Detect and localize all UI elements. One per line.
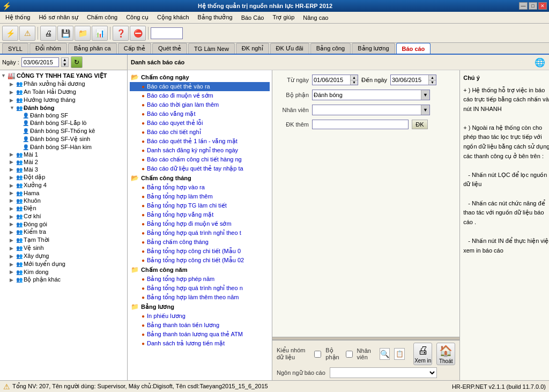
tree-item-db-sf-lap-lo[interactable]: 👤 Đánh bóng SF-Lắp lò <box>1 119 126 127</box>
report-item-tg-lam-them[interactable]: ● Báo cáo thời gian làm thêm <box>130 100 270 109</box>
report-cat-bang-luong[interactable]: 📁 Bảng lương <box>130 302 270 312</box>
expand-icon[interactable]: ▶ <box>10 90 16 95</box>
tab-bang-luong[interactable]: Bảng lương <box>352 43 395 54</box>
expand-icon[interactable]: ▶ <box>10 190 16 196</box>
report-item-tong-hop-tg-lam[interactable]: ● Bảng tổng hợp TG làm chi tiết <box>130 201 270 210</box>
tab-bao-cao[interactable]: Báo cáo <box>396 43 431 54</box>
tree-item-huong-luong[interactable]: ▶ 👥 Hướng lương tháng <box>1 96 126 104</box>
expand-icon[interactable]: ▶ <box>10 98 16 103</box>
report-item-vang-mat[interactable]: ● Báo cáo vắng mặt <box>130 109 270 119</box>
tab-dk-uu-dai[interactable]: ĐK Ưu đãi <box>270 43 309 54</box>
expand-icon[interactable]: ▶ <box>10 262 16 267</box>
report-item-du-lieu-quet[interactable]: ● Báo cáo dữ liệu quét thẻ tay nhập ta <box>130 164 270 173</box>
toolbar-btn-1[interactable]: ⚡ <box>2 26 18 41</box>
report-cat-cham-cong-thang[interactable]: 📂 Chấm công tháng <box>130 173 270 183</box>
tree-item-an-toan[interactable]: ▶ 👥 An Toàn Hải Dương <box>1 88 126 96</box>
menu-he-thong[interactable]: Hệ thống <box>1 13 34 22</box>
ngon-ngu-select[interactable] <box>330 367 437 378</box>
expand-icon[interactable]: ▶ <box>10 221 16 227</box>
tree-item-hama[interactable]: ▶ 👥 Hama <box>1 189 126 197</box>
dk-button[interactable]: ĐK <box>412 120 428 129</box>
expand-icon[interactable]: ▶ <box>10 198 16 203</box>
report-item-tong-hop-vang-mat[interactable]: ● Bảng tổng hợp vắng mặt <box>130 210 270 219</box>
toolbar-btn-question[interactable]: ❓ <box>113 26 129 41</box>
tree-item-db-sf-ve-sinh[interactable]: 👤 Đánh bóng SF-Vệ sinh <box>1 135 126 143</box>
expand-icon[interactable]: ▶ <box>10 246 16 251</box>
tree-item-moi-tuyen[interactable]: ▶ 👥 Mới tuyển dụng <box>1 260 126 268</box>
tab-doi-nhom[interactable]: Đổi nhóm <box>29 43 67 54</box>
den-ngay-input[interactable] <box>391 75 428 85</box>
report-item-in-phieu-luong[interactable]: ● In phiếu lương <box>130 312 270 321</box>
tree-item-dien[interactable]: ▶ 👥 Điện <box>1 204 126 212</box>
expand-icon[interactable]: ▶ <box>10 152 16 157</box>
tree-item-kim-dong[interactable]: ▶ 👥 Kim dong <box>1 268 126 276</box>
expand-icon[interactable]: ▶ <box>10 277 16 283</box>
tree-item-khuon[interactable]: ▶ 👥 Khuôn <box>1 197 126 204</box>
tree-item-danh-bong[interactable]: ▼ 👥 Đánh bóng <box>1 104 126 112</box>
menu-cong-khach[interactable]: Cộng khách <box>153 13 194 22</box>
tree-item-db-sf[interactable]: 👤 Đánh bóng SF <box>1 112 126 119</box>
report-item-tong-hop-mau02[interactable]: ● Bảng tổng hợp công chi tiết (Mẫu 02 <box>130 256 270 265</box>
report-item-cham-cong-hang-ng[interactable]: ● Báo cáo chấm công chi tiết hàng ng <box>130 155 270 164</box>
menu-cham-cong[interactable]: Chấm công <box>83 13 122 22</box>
tree-item-ve-sinh[interactable]: ▶ 👥 Vệ sinh <box>1 244 126 252</box>
toolbar-btn-warning[interactable]: ⚠ <box>19 26 35 41</box>
report-item-tong-hop-mau0[interactable]: ● Bảng tổng hợp công chi tiết (Mẫu 0 <box>130 247 270 256</box>
expand-icon[interactable]: ▶ <box>10 238 16 243</box>
tree-item-tam-thoi[interactable]: ▶ 👥 Tạm Thời <box>1 236 126 244</box>
report-item-quet-the-vao-ra[interactable]: ● Báo cáo quét thẻ vào ra <box>130 82 270 91</box>
nhan-vien-input[interactable] <box>313 105 421 115</box>
nhan-vien-dropdown-btn[interactable]: ▼ <box>421 105 429 115</box>
report-item-quyet-the-loi[interactable]: ● Báo cáo quyet thẻ lỗi <box>130 119 270 128</box>
expand-icon[interactable]: ▶ <box>10 167 16 172</box>
report-item-tong-hop-lam-them[interactable]: ● Bảng tổng hợp làm thêm <box>130 192 270 201</box>
den-ngay-spin[interactable]: ▲ ▼ <box>428 75 436 85</box>
bo-phan-checkbox[interactable] <box>314 351 321 358</box>
expand-icon[interactable]: ▼ <box>10 105 16 110</box>
report-item-qa-trinh-nghi-nam[interactable]: ● Bảng tổng hợp quá trình nghỉ theo n <box>130 284 270 293</box>
tab-bang-phan-ca[interactable]: Bảng phân ca <box>68 43 117 54</box>
tree-item-db-sf-han-kim[interactable]: 👤 Đánh bóng SF-Hàn kim <box>1 143 126 151</box>
tree-item-db-sf-thong-ke[interactable]: 👤 Đánh bóng SF-Thống kê <box>1 127 126 135</box>
toolbar-btn-folder[interactable]: 📁 <box>75 26 91 41</box>
report-item-chi-tiet-nghi[interactable]: ● Báo cáo chi tiết nghỉ <box>130 128 270 137</box>
tree-item-xuong4[interactable]: ▶ 👥 Xưởng 4 <box>1 181 126 189</box>
expand-icon[interactable]: ▼ <box>1 73 8 78</box>
tu-ngay-spin[interactable]: ▲ ▼ <box>350 75 358 85</box>
toolbar-search-input[interactable] <box>151 27 183 39</box>
expand-icon[interactable]: ▶ <box>10 269 16 275</box>
bo-phan-input[interactable] <box>313 90 421 100</box>
report-cat-cham-cong-ngay[interactable]: 📂 Chấm công ngày <box>130 72 270 82</box>
search-button[interactable]: 🔍 <box>380 348 390 360</box>
expand-icon[interactable]: ▶ <box>10 214 16 219</box>
minimize-button[interactable]: — <box>519 2 528 10</box>
nhan-vien-checkbox[interactable] <box>346 351 353 358</box>
expand-icon[interactable]: ▶ <box>10 175 16 180</box>
tree-item-dot-dap[interactable]: ▶ 👥 Đột dập <box>1 173 126 181</box>
report-item-bang-thanh-toan[interactable]: ● Bảng thanh toán tiền lương <box>130 321 270 330</box>
tree-item-phan-xuong[interactable]: ▶ 👥 Phân xưởng hải dương <box>1 80 126 88</box>
dk-them-input[interactable] <box>312 120 409 129</box>
thoat-button[interactable]: 🏠 Thoát <box>436 343 455 365</box>
expand-icon[interactable]: ▶ <box>10 206 16 211</box>
toolbar-btn-chart[interactable]: 📊 <box>92 26 108 41</box>
report-item-tong-hop-vao-ra[interactable]: ● Bảng tổng hợp vào ra <box>130 183 270 192</box>
globe-button[interactable]: 🌐 <box>534 56 546 68</box>
report-cat-cham-cong-nam[interactable]: 📁 Chấm công năm <box>130 265 270 275</box>
tree-item-kiem-tra[interactable]: ▶ 👥 Kiểm tra <box>1 228 126 236</box>
tab-dk-nghi[interactable]: ĐK nghỉ <box>236 43 269 54</box>
menu-bao-cao[interactable]: Báo Cáo <box>237 13 269 22</box>
report-item-tong-hop-di-muon[interactable]: ● Bảng tổng hợp đi muộn về sớm <box>130 219 270 228</box>
menu-tro-giup[interactable]: Trợ giúp <box>268 13 299 22</box>
expand-icon[interactable]: ▶ <box>10 183 16 188</box>
expand-icon[interactable]: ▶ <box>10 230 16 235</box>
report-item-tong-hop-qa-trinh[interactable]: ● Bảng tổng hợp quá trình nghỉ theo t <box>130 228 270 238</box>
tree-item-mai1[interactable]: ▶ 👥 Mài 1 <box>1 151 126 158</box>
report-item-quet-the-1lan[interactable]: ● Báo cáo quét thẻ 1 lần - vắng mặt <box>130 137 270 146</box>
report-item-di-muon[interactable]: ● Báo cáo đi muộn về sớm <box>130 91 270 100</box>
tree-root-company[interactable]: ▼ 🏭 CÔNG TY TNHH TAE YANG VIỆT <box>1 71 126 80</box>
report-item-lam-them-nam[interactable]: ● Bảng tổng hợp làm thêm theo năm <box>130 293 270 302</box>
tab-tg-lam-new[interactable]: TG Làm New <box>188 43 235 54</box>
report-item-phep-nam[interactable]: ● Bảng tổng hợp phép năm <box>130 275 270 284</box>
expand-icon[interactable]: ▶ <box>10 159 16 165</box>
